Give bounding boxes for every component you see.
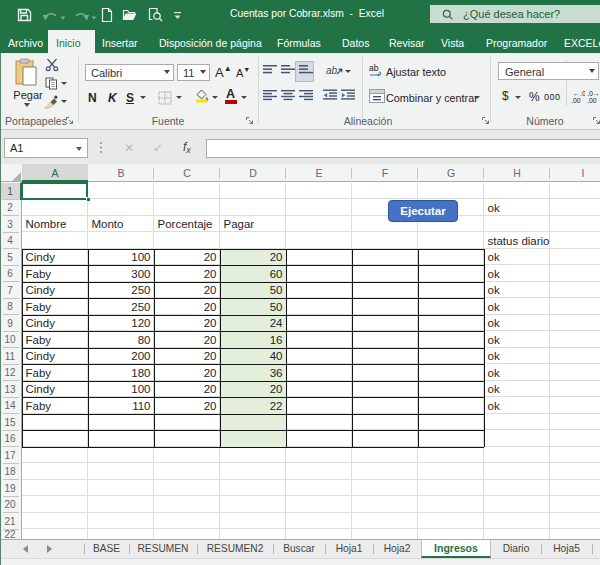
svg-text:.0→: .0→: [587, 90, 600, 97]
svg-text:ab: ab: [369, 63, 379, 73]
svg-text:←.0: ←.0: [573, 90, 585, 97]
svg-text:ab: ab: [326, 65, 338, 76]
svg-text:.00: .00: [571, 97, 581, 104]
svg-text:.00: .00: [587, 97, 597, 104]
